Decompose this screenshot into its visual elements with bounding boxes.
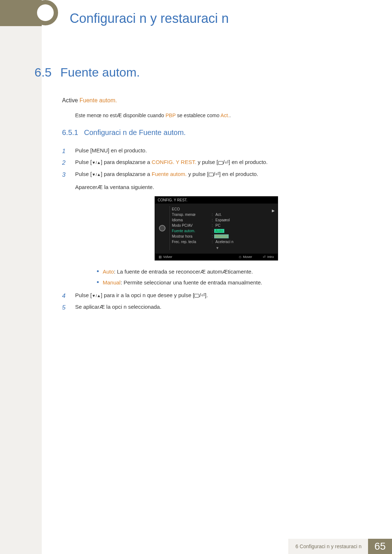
osd-volver-label: Volver bbox=[163, 255, 172, 259]
osd-row-frec: Frec. rep. tecla:Aceleraci n bbox=[172, 239, 278, 245]
step-4: 4 Pulse [▼/▲] para ir a la opci n que de… bbox=[62, 290, 370, 302]
gear-icon bbox=[159, 225, 166, 231]
step-list: 1 Pulse [MENU] en el producto. 2 Pulse [… bbox=[62, 145, 370, 313]
osd-right-arrow-icon: ▶ bbox=[272, 209, 275, 213]
section-number: 6.5 bbox=[34, 65, 52, 79]
source-rect-icon bbox=[194, 294, 199, 297]
osd-row-eco: ECO bbox=[172, 206, 278, 212]
step-2-d: ] en el producto. bbox=[229, 159, 268, 165]
intro-keyword: Fuente autom. bbox=[79, 97, 117, 103]
step-5-num: 5 bbox=[62, 302, 69, 313]
subsection-heading: 6.5.1 Configuraci n de Fuente autom. bbox=[62, 128, 370, 137]
osd-fuente-manual: Manual bbox=[214, 234, 229, 238]
footer-chapter-text: 6 Configuraci n y restauraci n bbox=[289, 539, 368, 554]
osd-footer-mover: ◇Mover bbox=[239, 255, 252, 259]
down-up-arrows-icon: ▼/▲ bbox=[92, 171, 101, 178]
step-2-b: ] para desplazarse a bbox=[101, 159, 152, 165]
osd-frec-val: Aceleraci n bbox=[216, 240, 278, 244]
osd-colon: : bbox=[212, 218, 216, 222]
osd-icon-column bbox=[155, 206, 170, 250]
osd-footer-intro: ⏎Intro bbox=[263, 255, 274, 259]
step-5: 5 Se aplicarÆ la opci n seleccionada. bbox=[62, 302, 370, 313]
osd-header: CONFIG. Y REST. bbox=[155, 197, 278, 204]
footer-page-number: 65 bbox=[368, 539, 392, 554]
footer-spacer bbox=[0, 539, 289, 554]
section-heading: 6.5 Fuente autom. bbox=[42, 65, 370, 79]
step-3-a: Pulse [ bbox=[75, 171, 92, 177]
note-p1: Este menœ no estÆ disponible cuando bbox=[75, 112, 166, 118]
step-3-keyword: Fuente autom. bbox=[152, 171, 187, 177]
step-5-body: Se aplicarÆ la opci n seleccionada. bbox=[75, 302, 370, 312]
step-2: 2 Pulse [▼/▲] para desplazarse a CONFIG.… bbox=[62, 157, 370, 169]
step-2-c: y pulse [ bbox=[196, 159, 218, 165]
note-p3: . bbox=[229, 112, 231, 118]
osd-colon: : bbox=[212, 223, 216, 227]
enter-icon: ⏎ bbox=[263, 255, 266, 259]
chapter-title: Configuraci n y restauraci n bbox=[70, 11, 229, 26]
source-rect-icon bbox=[209, 173, 214, 176]
bullet-manual-key: Manual bbox=[103, 279, 121, 286]
down-up-arrows-icon: ▼/▲ bbox=[92, 292, 101, 300]
left-margin-band bbox=[0, 0, 42, 554]
osd-footer-volver: ▥Volver bbox=[159, 255, 172, 259]
osd-transp-label: Transp. menœ bbox=[172, 213, 212, 217]
step-4-num: 4 bbox=[62, 290, 69, 302]
osd-down-arrow-icon: ▼ bbox=[158, 246, 278, 250]
bullet-auto-text: : La fuente de entrada se reconocerÆ aut… bbox=[114, 268, 253, 275]
step-2-num: 2 bbox=[62, 157, 69, 169]
step-4-b: ] para ir a la opci n que desee y pulse … bbox=[101, 292, 195, 298]
step-2-a: Pulse [ bbox=[75, 159, 92, 165]
step-1-b: ] en el producto. bbox=[108, 147, 147, 153]
intro-line: Active Fuente autom. bbox=[62, 95, 370, 105]
note-line: Este menœ no estÆ disponible cuando PBP … bbox=[75, 112, 370, 118]
bullet-manual: Manual: Permite seleccionar una fuente d… bbox=[97, 277, 370, 288]
step-3-body: Pulse [▼/▲] para desplazarse a Fuente au… bbox=[75, 169, 370, 193]
step-4-a: Pulse [ bbox=[75, 292, 92, 298]
section-title: Fuente autom. bbox=[60, 65, 140, 79]
osd-body: ▶ ECO Transp. menœ:Act. Idioma:Espaæol M… bbox=[155, 204, 278, 254]
osd-intro-label: Intro bbox=[267, 255, 274, 259]
content-area: 6.5 Fuente autom. Active Fuente autom. E… bbox=[42, 65, 370, 313]
step-3: 3 Pulse [▼/▲] para desplazarse a Fuente … bbox=[62, 169, 370, 193]
step-2-keyword: CONFIG. Y REST. bbox=[152, 159, 196, 165]
osd-idioma-val: Espaæol bbox=[216, 218, 278, 222]
osd-eco-label: ECO bbox=[172, 207, 212, 211]
osd-menu: CONFIG. Y REST. ▶ ECO Transp. menœ:Act. … bbox=[155, 196, 278, 260]
osd-mover-label: Mover bbox=[243, 255, 252, 259]
enter-icon: ⏎ bbox=[215, 170, 219, 179]
subsection-number: 6.5.1 bbox=[62, 128, 78, 137]
subsection-title: Configuraci n de Fuente autom. bbox=[84, 128, 185, 137]
note-k2: Act. bbox=[221, 112, 229, 118]
osd-modo-label: Modo PC/AV bbox=[172, 223, 212, 227]
down-up-arrows-icon: ▼/▲ bbox=[92, 159, 101, 167]
osd-row-mostrar: Mostrar hora:Manual bbox=[172, 234, 278, 239]
osd-row-idioma: Idioma:Espaæol bbox=[172, 217, 278, 223]
osd-footer: ▥Volver ◇Mover ⏎Intro bbox=[155, 254, 278, 260]
step-1-num: 1 bbox=[62, 145, 69, 157]
bullet-manual-text: : Permite seleccionar una fuente de entr… bbox=[121, 279, 262, 286]
intro-prefix: Active bbox=[62, 97, 79, 103]
osd-colon: : bbox=[212, 240, 216, 244]
step-3-followup: AparecerÆ la ventana siguiente. bbox=[75, 182, 370, 193]
osd-idioma-label: Idioma bbox=[172, 218, 212, 222]
move-diamond-icon: ◇ bbox=[239, 255, 241, 259]
osd-modo-val: PC bbox=[216, 223, 278, 227]
step-3-c: y pulse [ bbox=[187, 171, 209, 177]
step-1-body: Pulse [MENU] en el producto. bbox=[75, 145, 370, 156]
footer-bar: 6 Configuraci n y restauraci n 65 bbox=[0, 539, 392, 554]
step-3-b: ] para desplazarse a bbox=[101, 171, 152, 177]
step-3-num: 3 bbox=[62, 169, 69, 181]
step-1-a: Pulse [ bbox=[75, 147, 92, 153]
osd-row-transp: Transp. menœ:Act. bbox=[172, 212, 278, 217]
osd-fuente-label: Fuente autom. bbox=[172, 229, 212, 233]
bullet-auto-key: Auto bbox=[103, 268, 114, 275]
source-rect-icon bbox=[218, 161, 223, 165]
osd-mostrar-label: Mostrar hora bbox=[172, 234, 212, 238]
osd-fuente-auto: Auto bbox=[214, 229, 225, 233]
bullet-auto: Auto: La fuente de entrada se reconocerÆ… bbox=[97, 266, 370, 277]
menu-bars-icon: ▥ bbox=[159, 255, 162, 259]
note-k1: PBP bbox=[166, 112, 176, 118]
enter-icon: ⏎ bbox=[225, 158, 229, 167]
osd-colon: : bbox=[212, 213, 216, 217]
osd-transp-val: Act. bbox=[216, 213, 278, 217]
